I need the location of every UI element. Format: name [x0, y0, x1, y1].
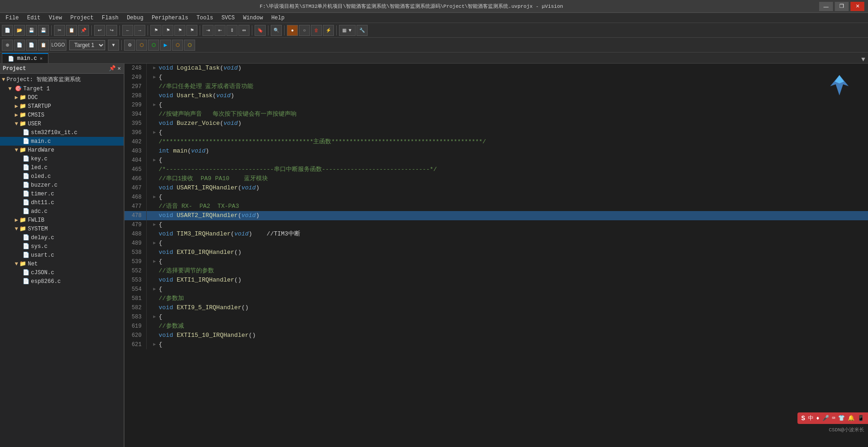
- find-btn[interactable]: 🔍: [271, 25, 282, 36]
- new-file-btn[interactable]: 📄: [2, 25, 13, 36]
- tree-item-target1[interactable]: ▼ 🎯 Target 1: [0, 84, 124, 93]
- flash-btn[interactable]: ⚡: [323, 25, 334, 36]
- line-content[interactable]: void Logical_Task(void): [159, 64, 868, 73]
- line-content[interactable]: void Usart_Task(void): [159, 91, 868, 100]
- line-content[interactable]: {: [159, 257, 868, 266]
- line-content[interactable]: void EXTI1_IRQHandler(): [159, 276, 868, 285]
- fold-icon[interactable]: ▶: [150, 312, 159, 322]
- fold-icon[interactable]: ▶: [150, 257, 159, 266]
- tree-item-cmsis[interactable]: ▶ 📁 CMSIS: [0, 111, 124, 119]
- line-content[interactable]: //串口1接收 PA9 PA10 蓝牙模块: [159, 174, 868, 183]
- line-content[interactable]: void USART2_IRQHandler(void): [159, 211, 868, 220]
- line-content[interactable]: void USART1_IRQHandler(void): [159, 183, 868, 193]
- target-select[interactable]: Target 1: [69, 40, 105, 50]
- fold-icon[interactable]: ▶: [150, 193, 159, 202]
- settings-btn[interactable]: 🔧: [357, 25, 368, 36]
- fold-icon[interactable]: ▶: [150, 340, 159, 349]
- btn7[interactable]: ⚑: [174, 25, 185, 36]
- close-button[interactable]: ✕: [850, 2, 864, 11]
- cut-btn[interactable]: ✂: [54, 25, 65, 36]
- line-content[interactable]: /***************************************…: [159, 137, 868, 147]
- t2-debug-btn[interactable]: ▶: [160, 40, 171, 51]
- line-content[interactable]: {: [159, 100, 868, 110]
- line-content[interactable]: {: [159, 239, 868, 248]
- expand-btn[interactable]: ⇕: [226, 25, 238, 36]
- t2-run-btn[interactable]: ⬡: [184, 40, 195, 51]
- redo-btn[interactable]: ↪: [106, 25, 117, 36]
- tree-item-key[interactable]: 📄 key.c: [0, 154, 124, 163]
- btn6[interactable]: ⚑: [162, 25, 173, 36]
- t2-btn3[interactable]: 📄: [26, 40, 37, 51]
- maximize-button[interactable]: ❐: [835, 2, 849, 11]
- line-content[interactable]: void TIM3_IRQHandler(void) //TIM3中断: [159, 229, 868, 239]
- tree-item-dht11[interactable]: 📄 dht11.c: [0, 198, 124, 207]
- open-btn[interactable]: 📂: [14, 25, 25, 36]
- t2-stop-btn[interactable]: ⬡: [172, 40, 183, 51]
- nav-fwd-btn[interactable]: →: [134, 25, 145, 36]
- tree-item-hardware[interactable]: ▼ 📁 HardWare: [0, 146, 124, 154]
- tab-scroll-btn[interactable]: ▼: [859, 56, 868, 63]
- paste-btn[interactable]: 📌: [78, 25, 89, 36]
- tree-item-doc[interactable]: ▶ 📁 DOC: [0, 93, 124, 102]
- tree-item-oled[interactable]: 📄 oled.c: [0, 172, 124, 181]
- line-content[interactable]: {: [159, 285, 868, 294]
- outdent-btn[interactable]: ⇤: [214, 25, 226, 36]
- menu-item-edit[interactable]: Edit: [24, 14, 44, 22]
- fold-icon[interactable]: ▶: [150, 239, 159, 248]
- bookmark-btn[interactable]: 🔖: [255, 25, 266, 36]
- menu-item-view[interactable]: View: [45, 14, 66, 22]
- fold-icon[interactable]: ▶: [150, 285, 159, 294]
- line-content[interactable]: //选择要调节的参数: [159, 266, 868, 276]
- fold-icon[interactable]: ▶: [150, 100, 159, 110]
- tree-item-startup[interactable]: ▶ 📁 STARTUP: [0, 102, 124, 111]
- menu-item-tools[interactable]: Tools: [193, 14, 217, 22]
- menu-item-help[interactable]: Help: [268, 14, 288, 22]
- tree-item-fwlib[interactable]: ▶ 📁 FWLIB: [0, 216, 124, 224]
- line-content[interactable]: //语音 RX- PA2 TX-PA3: [159, 202, 868, 211]
- menu-item-flash[interactable]: Flash: [98, 14, 122, 22]
- line-content[interactable]: {: [159, 73, 868, 82]
- tab-close-btn[interactable]: ✕: [40, 56, 42, 61]
- line-content[interactable]: {: [159, 340, 868, 349]
- btn8[interactable]: ⚑: [186, 25, 197, 36]
- save-btn[interactable]: 💾: [26, 25, 37, 36]
- line-content[interactable]: //串口任务处理 蓝牙或者语音功能: [159, 82, 868, 91]
- code-editor[interactable]: 248▶void Logical_Task(void)249▶{297//串口任…: [125, 64, 868, 447]
- line-content[interactable]: {: [159, 312, 868, 322]
- line-content[interactable]: //参数减: [159, 322, 868, 331]
- t2-dropdown-btn[interactable]: ▼: [108, 40, 119, 51]
- line-content[interactable]: /*------------------------------串口中断服务函数…: [159, 165, 868, 174]
- tree-item-sys[interactable]: 📄 sys.c: [0, 242, 124, 251]
- line-content[interactable]: int main(void): [159, 147, 868, 156]
- line-content[interactable]: void Buzzer_Voice(void): [159, 119, 868, 128]
- line-content[interactable]: {: [159, 156, 868, 165]
- fold-icon[interactable]: ▶: [150, 73, 159, 82]
- line-content[interactable]: void EXTI15_10_IRQHandler(): [159, 331, 868, 340]
- clean-btn[interactable]: 🗑: [311, 25, 322, 36]
- line-content[interactable]: //按键声响声音 每次按下按键会有一声按键声响: [159, 110, 868, 119]
- tree-item-user[interactable]: ▼ 📁 USER: [0, 119, 124, 128]
- undo-btn[interactable]: ↩: [94, 25, 105, 36]
- tree-item-timer[interactable]: 📄 timer.c: [0, 189, 124, 198]
- menu-item-file[interactable]: File: [2, 14, 23, 22]
- menu-item-project[interactable]: Project: [66, 14, 97, 22]
- save-all-btn[interactable]: 💾: [38, 25, 49, 36]
- menu-item-window[interactable]: Window: [239, 14, 267, 22]
- line-content[interactable]: {: [159, 128, 868, 137]
- fold-icon[interactable]: ▶: [150, 156, 159, 165]
- copy-btn[interactable]: 📋: [66, 25, 77, 36]
- menu-item-debug[interactable]: Debug: [123, 14, 147, 22]
- tab-main-c[interactable]: 📄 main.c ✕: [2, 53, 48, 63]
- tree-item-net[interactable]: ▼ 📁 Net: [0, 259, 124, 268]
- project-close-btn[interactable]: ✕: [118, 65, 121, 72]
- tree-item-cjson[interactable]: 📄 cJSON.c: [0, 268, 124, 277]
- build2-btn[interactable]: ○: [299, 25, 310, 36]
- menu-item-svcs[interactable]: SVCS: [218, 14, 238, 22]
- t2-btn4[interactable]: 📋: [38, 40, 49, 51]
- view-select-btn[interactable]: ▦ ▼: [339, 25, 356, 36]
- fold-icon[interactable]: ▶: [150, 64, 159, 73]
- line-content[interactable]: //参数加: [159, 294, 868, 303]
- line-content[interactable]: {: [159, 220, 868, 229]
- menu-item-peripherals[interactable]: Peripherals: [148, 14, 192, 22]
- t2-config-btn[interactable]: ⚙: [124, 40, 135, 51]
